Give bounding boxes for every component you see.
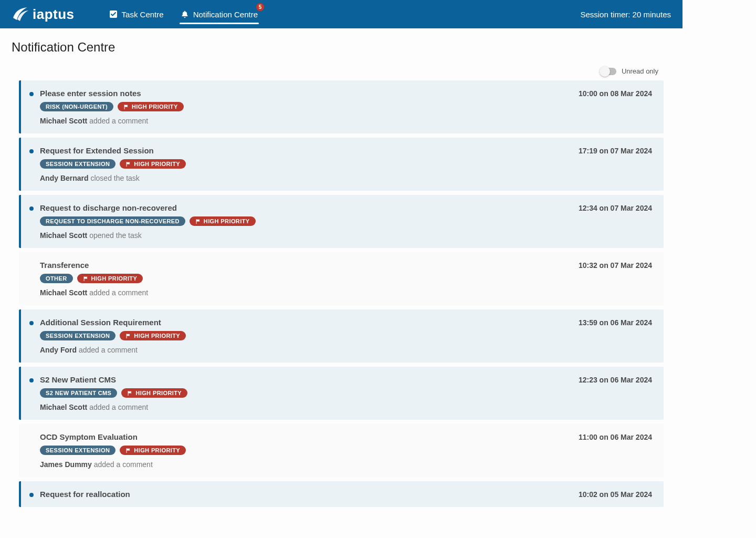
- card-header-row: OCD Symptom Evaluation11:00 on 06 Mar 20…: [40, 432, 652, 441]
- unread-only-toggle[interactable]: Unread only: [601, 67, 658, 75]
- session-timer: Session timer: 20 minutes: [580, 10, 671, 19]
- card-header-row: Request to discharge non-recovered12:34 …: [40, 203, 652, 212]
- unread-dot-icon: [29, 378, 34, 382]
- nav-notification-centre[interactable]: Notification Centre 5: [172, 0, 266, 28]
- page-title: Notification Centre: [0, 28, 682, 58]
- badge-row: S2 NEW PATIENT CMSHIGH PRIORITY: [40, 388, 652, 398]
- priority-badge: HIGH PRIORITY: [77, 274, 143, 283]
- category-badge: OTHER: [40, 274, 73, 283]
- priority-label: HIGH PRIORITY: [134, 447, 180, 453]
- badge-row: RISK (NON-URGENT)HIGH PRIORITY: [40, 102, 652, 111]
- notification-description: Michael Scott added a comment: [40, 403, 652, 411]
- notification-card[interactable]: OCD Symptom Evaluation11:00 on 06 Mar 20…: [19, 424, 664, 477]
- unread-dot-icon: [29, 321, 34, 325]
- notification-title: S2 New Patient CMS: [40, 375, 116, 384]
- badge-row: REQUEST TO DISCHARGE NON-RECOVEREDHIGH P…: [40, 216, 652, 226]
- notification-description: Andy Bernard closed the task: [40, 174, 652, 182]
- action-text: added a comment: [77, 346, 138, 354]
- notification-count-badge: 5: [256, 3, 264, 11]
- priority-label: HIGH PRIORITY: [135, 390, 182, 396]
- app-header: iaptus Task Centre Notification Centre 5…: [0, 0, 682, 28]
- actor-name: James Dummy: [40, 460, 92, 469]
- badge-row: SESSION EXTENSIONHIGH PRIORITY: [40, 159, 652, 169]
- action-text: added a comment: [92, 460, 153, 469]
- priority-label: HIGH PRIORITY: [132, 104, 178, 110]
- notification-title: Request for reallocation: [40, 490, 130, 499]
- priority-label: HIGH PRIORITY: [91, 275, 138, 282]
- category-badge: S2 NEW PATIENT CMS: [40, 388, 117, 398]
- notification-description: Michael Scott added a comment: [40, 117, 652, 125]
- notification-timestamp: 10:02 on 05 Mar 2024: [579, 490, 652, 499]
- actor-name: Michael Scott: [40, 231, 87, 240]
- action-text: opened the task: [87, 231, 142, 240]
- actor-name: Michael Scott: [40, 117, 87, 125]
- logo-icon: [12, 6, 29, 22]
- notification-card[interactable]: Please enter session notes10:00 on 08 Ma…: [19, 80, 664, 133]
- notification-card[interactable]: Transference10:32 on 07 Mar 2024OTHERHIG…: [19, 252, 664, 305]
- action-text: added a comment: [87, 403, 148, 411]
- badge-row: OTHERHIGH PRIORITY: [40, 274, 652, 283]
- card-header-row: Please enter session notes10:00 on 08 Ma…: [40, 89, 652, 98]
- flag-icon: [123, 104, 129, 110]
- notification-title: Transference: [40, 261, 89, 270]
- action-text: added a comment: [87, 288, 148, 297]
- notification-timestamp: 13:59 on 06 Mar 2024: [579, 318, 652, 327]
- logo[interactable]: iaptus: [12, 6, 75, 23]
- badge-row: SESSION EXTENSIONHIGH PRIORITY: [40, 446, 652, 455]
- nav-task-centre[interactable]: Task Centre: [101, 0, 172, 28]
- category-badge: SESSION EXTENSION: [40, 159, 116, 169]
- list-toolbar: Unread only: [0, 58, 682, 80]
- logo-text: iaptus: [33, 6, 75, 23]
- notification-timestamp: 10:32 on 07 Mar 2024: [579, 261, 652, 270]
- priority-badge: HIGH PRIORITY: [120, 159, 186, 169]
- notification-list: Please enter session notes10:00 on 08 Ma…: [0, 80, 682, 518]
- notification-description: James Dummy added a comment: [40, 460, 652, 469]
- priority-badge: HIGH PRIORITY: [190, 216, 256, 226]
- primary-nav: Task Centre Notification Centre 5: [101, 0, 266, 28]
- category-badge: REQUEST TO DISCHARGE NON-RECOVERED: [40, 216, 185, 226]
- notification-card[interactable]: Additional Session Requirement13:59 on 0…: [19, 309, 664, 363]
- category-badge: SESSION EXTENSION: [40, 331, 116, 340]
- actor-name: Andy Ford: [40, 346, 77, 354]
- card-header-row: Additional Session Requirement13:59 on 0…: [40, 318, 652, 327]
- priority-badge: HIGH PRIORITY: [120, 331, 186, 340]
- actor-name: Andy Bernard: [40, 174, 89, 182]
- priority-badge: HIGH PRIORITY: [121, 388, 187, 398]
- priority-badge: HIGH PRIORITY: [118, 102, 184, 111]
- badge-row: SESSION EXTENSIONHIGH PRIORITY: [40, 331, 652, 340]
- notification-description: Michael Scott opened the task: [40, 231, 652, 240]
- notification-card[interactable]: Request to discharge non-recovered12:34 …: [19, 195, 664, 248]
- flag-icon: [125, 161, 131, 167]
- unread-dot-icon: [29, 149, 34, 153]
- flag-icon: [127, 390, 133, 396]
- notification-card[interactable]: S2 New Patient CMS12:23 on 06 Mar 2024S2…: [19, 367, 664, 420]
- category-badge: SESSION EXTENSION: [40, 446, 116, 455]
- card-header-row: Request for Extended Session17:19 on 07 …: [40, 146, 652, 155]
- notification-title: Additional Session Requirement: [40, 318, 161, 327]
- notification-timestamp: 12:23 on 06 Mar 2024: [579, 376, 652, 384]
- notification-timestamp: 12:34 on 07 Mar 2024: [579, 204, 652, 212]
- notification-timestamp: 11:00 on 06 Mar 2024: [579, 433, 652, 441]
- priority-label: HIGH PRIORITY: [134, 161, 180, 167]
- toggle-knob: [600, 66, 610, 77]
- bell-icon: [181, 10, 189, 18]
- flag-icon: [125, 333, 131, 339]
- category-badge: RISK (NON-URGENT): [40, 102, 113, 111]
- notification-card[interactable]: Request for Extended Session17:19 on 07 …: [19, 138, 664, 191]
- notification-title: OCD Symptom Evaluation: [40, 432, 138, 441]
- notification-description: Andy Ford added a comment: [40, 346, 652, 354]
- priority-label: HIGH PRIORITY: [134, 333, 180, 339]
- checkbox-icon: [109, 10, 118, 18]
- unread-dot-icon: [29, 206, 34, 211]
- flag-icon: [125, 448, 131, 453]
- priority-label: HIGH PRIORITY: [204, 218, 250, 224]
- toggle-track: [601, 68, 616, 75]
- notification-title: Please enter session notes: [40, 89, 141, 98]
- unread-dot-icon: [29, 92, 34, 96]
- notification-card[interactable]: Request for reallocation10:02 on 05 Mar …: [19, 481, 664, 507]
- flag-icon: [83, 276, 89, 282]
- card-header-row: Request for reallocation10:02 on 05 Mar …: [40, 490, 652, 499]
- actor-name: Michael Scott: [40, 403, 87, 411]
- nav-label: Task Centre: [122, 10, 164, 19]
- notification-timestamp: 10:00 on 08 Mar 2024: [579, 89, 652, 98]
